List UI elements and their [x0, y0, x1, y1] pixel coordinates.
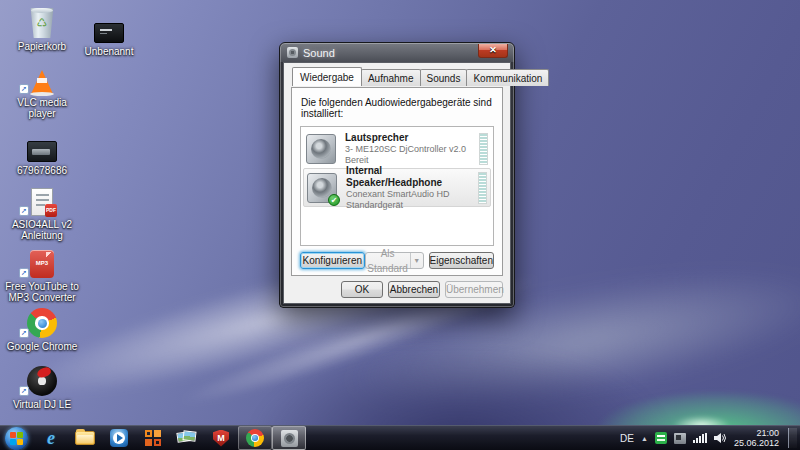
desktop-icon-vlc[interactable]: ➚ VLC media player [3, 60, 81, 119]
device-list: Lautsprecher 3- ME120SC DjController v2.… [300, 126, 494, 246]
chrome-icon [27, 308, 57, 338]
set-default-label: Als Standard [366, 246, 410, 276]
video-file-icon [27, 141, 57, 162]
configure-button[interactable]: Konfigurieren [300, 252, 365, 269]
media-player-icon [110, 429, 128, 447]
volume-meter [478, 172, 487, 204]
desktop-icon-virtual-dj[interactable]: ➚ Virtual DJ LE [3, 362, 81, 410]
device-detail: 3- ME120SC DjController v2.0 [345, 144, 473, 155]
taskbar-item-media-player[interactable] [102, 426, 136, 450]
pdf-document-icon: PDF [31, 188, 53, 216]
internet-explorer-icon: e [47, 428, 55, 449]
tab-sounds[interactable]: Sounds [420, 69, 468, 86]
taskbar-item-mcafee[interactable]: M [204, 426, 238, 450]
set-default-button[interactable]: Als Standard ▼ [365, 252, 424, 269]
mp3-converter-icon [30, 250, 54, 278]
devices-description: Die folgenden Audiowiedergabegeräte sind… [301, 97, 493, 119]
shortcut-arrow-icon: ➚ [19, 268, 29, 278]
configure-row: Konfigurieren Als Standard ▼ Eigenschaft… [300, 252, 494, 269]
shortcut-arrow-icon: ➚ [19, 386, 29, 396]
sound-window-icon [281, 430, 298, 447]
apply-button[interactable]: Übernehmen [445, 281, 503, 298]
dialog-footer: OK Abbrechen Übernehmen [291, 281, 503, 298]
dialog-body: Wiedergabe Aufnahme Sounds Kommunikation… [283, 62, 511, 304]
clock-time: 21:00 [734, 428, 779, 438]
playback-tab-page: Die folgenden Audiowiedergabegeräte sind… [291, 87, 503, 276]
desktop-icon-chrome[interactable]: ➚ Google Chrome [3, 304, 81, 352]
clock-date: 25.06.2012 [734, 438, 779, 448]
pdf-badge-icon: PDF [45, 204, 57, 217]
taskbar: e M DE ▲ 21:00 25.06.2012 [0, 425, 800, 450]
desktop-icon-label: Virtual DJ LE [3, 399, 81, 410]
office-icon [145, 430, 161, 446]
shortcut-arrow-icon: ➚ [19, 328, 29, 338]
show-desktop-button[interactable] [788, 428, 797, 448]
virtual-dj-icon [27, 366, 57, 396]
volume-meter [479, 133, 488, 165]
shortcut-arrow-icon: ➚ [19, 206, 29, 216]
device-row-internal-speaker[interactable]: ✔ Internal Speaker/Headphone Conexant Sm… [303, 168, 491, 207]
default-check-icon: ✔ [328, 194, 340, 206]
volume-icon[interactable] [714, 432, 727, 444]
photos-icon [177, 430, 197, 446]
desktop-icon-label: Google Chrome [3, 341, 81, 352]
taskbar-item-chrome[interactable] [238, 426, 272, 450]
desktop-icon-asio4all[interactable]: PDF ➚ ASIO4ALL v2 Anleitung [3, 182, 81, 241]
cancel-button[interactable]: Abbrechen [388, 281, 440, 298]
tab-aufnahme[interactable]: Aufnahme [361, 69, 421, 86]
windows-logo-icon [10, 432, 23, 445]
device-detail: Conexant SmartAudio HD [346, 189, 472, 200]
folder-icon [75, 431, 95, 445]
desktop-icon-unbenannt[interactable]: Unbenannt [70, 9, 148, 57]
taskbar-item-photo-viewer[interactable] [170, 426, 204, 450]
sound-icon [287, 47, 298, 58]
tray-app-icon[interactable] [655, 432, 667, 444]
desktop-icon-videofile[interactable]: 679678686 [3, 128, 81, 176]
dark-file-icon [94, 23, 124, 43]
device-row-lautsprecher[interactable]: Lautsprecher 3- ME120SC DjController v2.… [303, 129, 491, 168]
chrome-icon [246, 429, 264, 447]
dialog-title: Sound [303, 47, 335, 59]
close-button[interactable]: ✕ [478, 44, 508, 58]
tray-device-icon[interactable] [674, 433, 686, 444]
speaker-device-icon [306, 134, 336, 164]
desktop-icon-label: Unbenannt [70, 46, 148, 57]
device-name: Internal Speaker/Headphone [346, 165, 472, 189]
language-indicator[interactable]: DE [620, 433, 634, 444]
desktop-icon-label: 679678686 [3, 165, 81, 176]
ok-button[interactable]: OK [341, 281, 383, 298]
speaker-device-icon: ✔ [307, 173, 337, 203]
tab-wiedergabe[interactable]: Wiedergabe [292, 67, 362, 86]
device-status: Standardgerät [346, 200, 472, 211]
system-tray: DE ▲ 21:00 25.06.2012 [620, 428, 800, 448]
properties-button[interactable]: Eigenschaften [429, 252, 494, 269]
start-button[interactable] [5, 427, 28, 450]
desktop-icon-label: Free YouTube to MP3 Converter [3, 281, 81, 303]
vlc-cone-icon [31, 70, 53, 94]
desktop-icon-label: VLC media player [3, 97, 81, 119]
taskbar-item-explorer[interactable] [68, 426, 102, 450]
sound-dialog: Sound ✕ Wiedergabe Aufnahme Sounds Kommu… [279, 42, 515, 308]
taskbar-item-sound-dialog[interactable] [272, 426, 306, 450]
network-signal-icon[interactable] [693, 433, 707, 443]
dropdown-arrow-icon[interactable]: ▼ [410, 253, 423, 268]
mcafee-shield-icon: M [213, 430, 229, 447]
taskbar-item-internet-explorer[interactable]: e [34, 426, 68, 450]
desktop-icon-free-youtube-mp3[interactable]: ➚ Free YouTube to MP3 Converter [3, 244, 81, 303]
taskbar-item-office[interactable] [136, 426, 170, 450]
desktop-icon-label: ASIO4ALL v2 Anleitung [3, 219, 81, 241]
recycle-bin-icon [29, 8, 55, 38]
shortcut-arrow-icon: ➚ [19, 84, 29, 94]
tab-strip: Wiedergabe Aufnahme Sounds Kommunikation [291, 69, 503, 86]
device-name: Lautsprecher [345, 132, 473, 144]
clock[interactable]: 21:00 25.06.2012 [734, 428, 781, 448]
show-hidden-icons-chevron[interactable]: ▲ [641, 435, 648, 442]
tab-kommunikation[interactable]: Kommunikation [466, 69, 549, 86]
